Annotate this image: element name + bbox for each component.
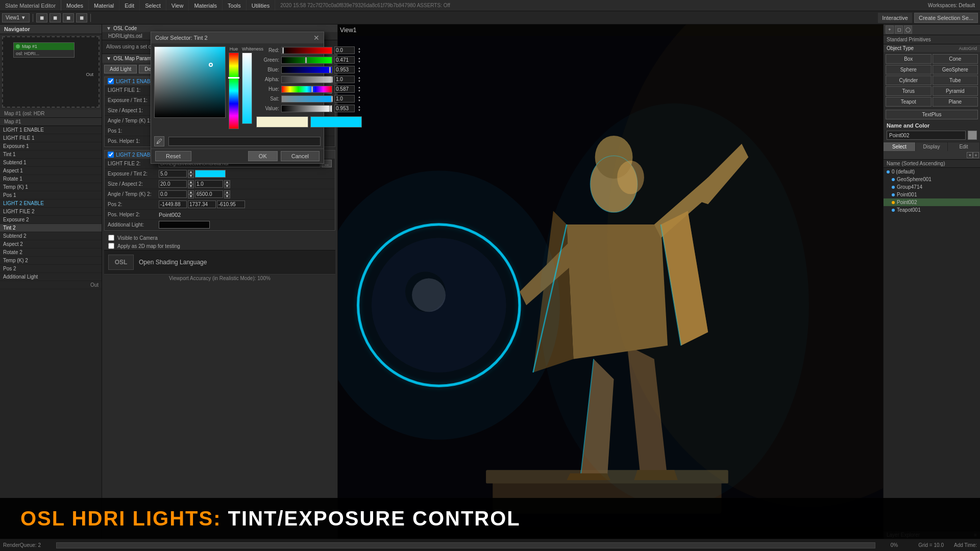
shape-teapot[interactable]: Teapot [886,97,932,107]
val-slider[interactable] [281,105,332,112]
shape-torus[interactable]: Torus [886,86,932,96]
osl-code-header[interactable]: ▼ OSL Code [102,24,337,32]
light2-aspect-input[interactable] [195,180,223,188]
add-light-btn[interactable]: Add Light [104,65,137,73]
object-type-header[interactable]: Object Type AutoGrid [884,44,980,52]
light-file-1[interactable]: LIGHT FILE 1 [0,134,102,142]
sat-input[interactable] [334,95,355,103]
whiteness-strip[interactable] [242,53,252,124]
light2-angle-input[interactable] [159,190,187,198]
light2-size-input[interactable] [159,180,187,188]
tab-select[interactable]: Select [884,142,916,151]
alpha-slider[interactable] [281,76,332,83]
light-2enable[interactable]: LIGHT 2 ENABLE [0,199,102,208]
hue-strip[interactable] [229,53,239,129]
tint-2[interactable]: Tint 2 [0,224,102,232]
light2-checkbox[interactable] [108,152,114,158]
light2-tint-swatch[interactable] [195,170,226,178]
toolbar-btn-3[interactable]: ◼ [63,13,74,22]
shape-cone[interactable]: Cone [933,54,978,64]
light-file-2[interactable]: LIGHT FILE 2 [0,208,102,216]
subtend-2[interactable]: Subtend 2 [0,232,102,240]
toolbar-view1[interactable]: View1 ▼ [2,13,30,22]
rotate-1[interactable]: Rotate 1 [0,175,102,183]
scene-tree[interactable]: 0 (default) GeoSphere001 Group4714 Point… [884,168,980,531]
alpha-input[interactable] [334,76,355,83]
hex-input-area[interactable] [168,137,321,146]
out-item[interactable]: Out [0,281,102,289]
rotate-2[interactable]: Rotate 2 [0,248,102,257]
hue-val-input[interactable] [334,85,355,93]
blue-input[interactable] [334,66,355,73]
viewport[interactable]: View1 RRCG RRCG RRCG RRCG 人人素材 人人素材 人人素材… [338,24,883,539]
interactive-btn[interactable]: Interactive [878,13,912,23]
ok-btn[interactable]: OK [248,151,278,161]
shape-box[interactable]: Box [886,54,932,64]
temp-k-2[interactable]: Temp (K) 2 [0,257,102,265]
shape-textplus[interactable]: TextPlus [886,110,978,119]
tint-1[interactable]: Tint 1 [0,151,102,159]
eyedropper-btn[interactable]: 🖊 [154,136,164,146]
exposure-2[interactable]: Exposure 2 [0,216,102,224]
sat-arrows[interactable]: ▲▼ [357,95,362,103]
menu-tools[interactable]: Tools [223,0,247,11]
red-slider[interactable] [281,47,332,54]
menu-utilities[interactable]: Utilities [247,0,275,11]
shape-cylinder[interactable]: Cylinder [886,76,932,85]
pos-2[interactable]: Pos 2 [0,265,102,273]
subtend-1[interactable]: Subtend 1 [0,159,102,167]
red-input[interactable] [334,46,355,54]
shape-geosphere[interactable]: GeoSphere [933,65,978,74]
name-input[interactable] [887,131,966,140]
light2-posx-input[interactable] [159,201,187,208]
aspect-1[interactable]: Aspect 1 [0,167,102,175]
toolbar-btn-1[interactable]: ◼ [36,13,47,22]
reset-btn[interactable]: Reset [155,151,191,161]
light2-size-spinner[interactable]: ▲▼ [188,180,194,188]
menu-material[interactable]: Material [89,0,119,11]
expand-panel-btn[interactable]: ≡ [973,152,979,158]
menu-materials[interactable]: Materials [189,0,223,11]
green-slider[interactable] [281,57,332,64]
val-input[interactable] [334,105,355,112]
hue-val-arrows[interactable]: ▲▼ [357,86,362,93]
tree-item-group[interactable]: Group4714 [884,183,980,191]
apply-2d-check[interactable] [108,243,114,249]
menu-edit[interactable]: Edit [119,0,140,11]
hue-sat-picker[interactable] [154,46,226,118]
r-icon-1[interactable]: + [886,26,894,34]
menu-view[interactable]: View [166,0,189,11]
light2-temp-spinner[interactable]: ▲▼ [224,190,230,198]
additional-light[interactable]: Additional Light [0,273,102,281]
temp-k-1[interactable]: Temp (K) 1 [0,183,102,191]
pos-1[interactable]: Pos 1 [0,191,102,199]
red-arrows[interactable]: ▲▼ [357,47,362,54]
node-box[interactable]: Map #1 osl: HDRI... [13,42,75,58]
light2-angle-spinner[interactable]: ▲▼ [188,190,194,198]
shape-pyramid[interactable]: Pyramid [933,86,978,96]
tree-item-geosphere[interactable]: GeoSphere001 [884,176,980,183]
light2-exposure-input[interactable] [159,170,187,178]
tree-item-teapot[interactable]: Teapot001 [884,206,980,214]
shape-sphere[interactable]: Sphere [886,65,932,74]
tab-edit[interactable]: Edit [948,142,980,151]
alpha-arrows[interactable]: ▲▼ [357,76,362,83]
val-arrows[interactable]: ▲▼ [357,105,362,112]
green-arrows[interactable]: ▲▼ [357,57,362,64]
light1-checkbox[interactable] [108,78,114,84]
light-item-1enable[interactable]: LIGHT 1 ENABLE [0,126,102,134]
light2-posz-input[interactable] [217,201,245,208]
color-swatch-btn[interactable] [968,131,977,140]
additional-light-swatch[interactable] [159,221,210,229]
aspect-2[interactable]: Aspect 2 [0,240,102,248]
r-icon-3[interactable]: ◯ [904,26,912,34]
blue-slider[interactable] [281,66,332,73]
blue-arrows[interactable]: ▲▼ [357,66,362,73]
green-input[interactable] [334,56,355,64]
create-selection-btn[interactable]: Create Selection Se... [914,13,978,23]
toolbar-btn-2[interactable]: ◼ [50,13,61,22]
tab-display[interactable]: Display [916,142,948,151]
menu-select[interactable]: Select [140,0,166,11]
light2-aspect-spinner[interactable]: ▲▼ [224,180,230,188]
tree-item-point001[interactable]: Point001 [884,191,980,198]
